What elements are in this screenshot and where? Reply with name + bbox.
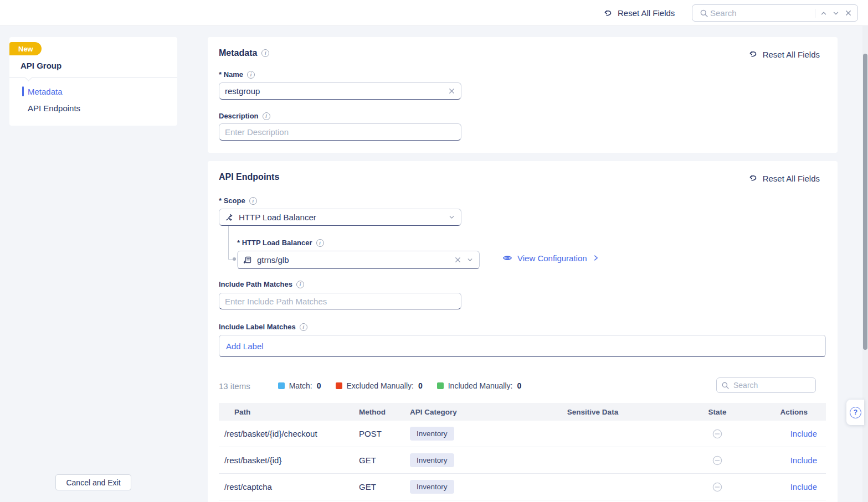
view-configuration-link[interactable]: View Configuration xyxy=(502,253,600,263)
info-icon[interactable]: i xyxy=(316,239,324,247)
api-category-badge: Inventory xyxy=(410,427,454,441)
legend-count: 0 xyxy=(418,381,423,390)
description-field xyxy=(219,123,461,141)
reset-label: Reset All Fields xyxy=(763,50,820,59)
app-window: Reset All Fields New API Group xyxy=(0,0,868,502)
state-neutral-icon[interactable] xyxy=(712,429,722,439)
topbar-reset-all-button[interactable]: Reset All Fields xyxy=(603,0,675,26)
scope-label-text: * Scope xyxy=(219,196,245,205)
cell-path: /rest/captcha xyxy=(219,482,359,491)
eye-icon xyxy=(502,253,512,263)
col-header-api-category: API Category xyxy=(410,408,507,416)
sidebar-item-api-endpoints[interactable]: API Endpoints xyxy=(9,101,177,115)
add-label-text: Add Label xyxy=(226,341,264,351)
legend-label: Included Manually: xyxy=(448,381,513,390)
search-close-button[interactable] xyxy=(842,7,854,19)
global-search[interactable] xyxy=(692,4,858,22)
help-icon: ? xyxy=(850,407,861,418)
table-header-row: Path Method API Category Sensitive Data … xyxy=(219,403,826,421)
state-neutral-icon[interactable] xyxy=(712,456,722,465)
include-action-link[interactable]: Include xyxy=(790,456,817,465)
add-label-field[interactable]: Add Label xyxy=(219,335,826,357)
reset-icon xyxy=(603,8,613,18)
include-path-label-text: Include Path Matches xyxy=(219,280,292,288)
include-action-link[interactable]: Include xyxy=(790,482,817,491)
scope-select[interactable]: HTTP Load Balancer xyxy=(219,209,461,226)
excluded-color-swatch xyxy=(336,382,342,389)
api-category-badge: Inventory xyxy=(410,453,454,467)
col-header-actions: Actions xyxy=(756,408,826,416)
api-endpoints-reset-all-button[interactable]: Reset All Fields xyxy=(748,173,820,183)
clear-name-icon[interactable] xyxy=(448,87,455,95)
include-path-field-label: Include Path Matches i xyxy=(219,280,304,288)
col-header-sensitive-data: Sensitive Data xyxy=(507,408,679,416)
sidebar-item-metadata[interactable]: Metadata xyxy=(9,85,177,98)
description-input[interactable] xyxy=(225,127,455,137)
global-search-input[interactable] xyxy=(710,8,813,18)
collapse-caret-icon xyxy=(25,74,32,81)
metadata-title-text: Metadata xyxy=(219,48,257,58)
api-endpoints-section: API Endpoints Reset All Fields * Scope i xyxy=(208,161,838,502)
legend-label: Match: xyxy=(289,381,312,390)
items-count: 13 items xyxy=(219,381,250,391)
chevron-right-icon xyxy=(592,254,600,262)
api-endpoints-section-title: API Endpoints xyxy=(219,172,279,182)
include-path-input[interactable] xyxy=(225,297,455,306)
scrollbar-track[interactable] xyxy=(862,26,868,502)
scrollbar-thumb[interactable] xyxy=(863,54,867,350)
info-icon[interactable]: i xyxy=(249,197,257,205)
sidebar-item-label: Metadata xyxy=(28,87,63,96)
include-label-label-text: Include Label Matches xyxy=(219,323,296,331)
description-field-label: Description i xyxy=(219,112,270,120)
info-icon[interactable]: i xyxy=(247,71,255,79)
description-label-text: Description xyxy=(219,112,259,120)
clear-lb-icon[interactable] xyxy=(454,256,461,263)
cancel-and-exit-button[interactable]: Cancel and Exit xyxy=(55,474,131,490)
scope-field-label: * Scope i xyxy=(219,196,257,205)
legend-included-manually: Included Manually: 0 xyxy=(437,381,522,390)
help-button[interactable]: ? xyxy=(846,400,864,425)
lb-label-text: * HTTP Load Balancer xyxy=(237,239,312,247)
top-bar: Reset All Fields xyxy=(0,0,868,26)
new-badge: New xyxy=(9,42,42,55)
include-path-field xyxy=(219,293,461,309)
info-icon[interactable]: i xyxy=(300,323,307,331)
include-action-link[interactable]: Include xyxy=(790,429,817,438)
legend-count: 0 xyxy=(317,381,321,390)
chevron-down-icon xyxy=(448,214,455,221)
api-category-badge: Inventory xyxy=(410,480,454,494)
search-prev-button[interactable] xyxy=(818,7,830,19)
table-meta-row: 13 items Match: 0 Excluded Manually: 0 I… xyxy=(219,378,536,394)
legend-count: 0 xyxy=(517,381,521,390)
search-icon xyxy=(698,7,710,19)
info-icon[interactable]: i xyxy=(263,112,270,120)
sidebar-divider xyxy=(9,77,177,78)
scope-value: HTTP Load Balancer xyxy=(239,213,443,222)
name-input[interactable] xyxy=(225,86,448,96)
search-divider xyxy=(815,9,815,18)
cell-method: POST xyxy=(359,429,410,438)
state-neutral-icon[interactable] xyxy=(712,482,722,492)
lb-field-label: * HTTP Load Balancer i xyxy=(237,239,324,247)
nested-field-connector-dot xyxy=(233,257,236,261)
nested-field-connector xyxy=(228,226,229,259)
cell-method: GET xyxy=(359,482,410,491)
table-search-input[interactable] xyxy=(733,381,811,390)
include-label-field-label: Include Label Matches i xyxy=(219,323,307,331)
lb-value: gtrns/glb xyxy=(257,255,449,265)
sidebar-item-label: API Endpoints xyxy=(28,103,80,113)
active-indicator xyxy=(22,86,24,96)
name-field xyxy=(219,82,461,100)
info-icon[interactable]: i xyxy=(296,281,304,288)
lb-select[interactable]: gtrns/glb xyxy=(237,251,480,269)
table-search[interactable] xyxy=(716,377,816,393)
reset-label: Reset All Fields xyxy=(763,174,820,183)
col-header-state: State xyxy=(679,408,756,416)
metadata-reset-all-button[interactable]: Reset All Fields xyxy=(748,49,820,59)
legend-label: Excluded Manually: xyxy=(347,381,414,390)
search-next-button[interactable] xyxy=(830,7,842,19)
info-icon[interactable]: i xyxy=(261,49,269,57)
metadata-section-title: Metadata i xyxy=(219,48,269,58)
object-reference-icon xyxy=(243,256,252,265)
api-endpoints-title-text: API Endpoints xyxy=(219,172,279,182)
